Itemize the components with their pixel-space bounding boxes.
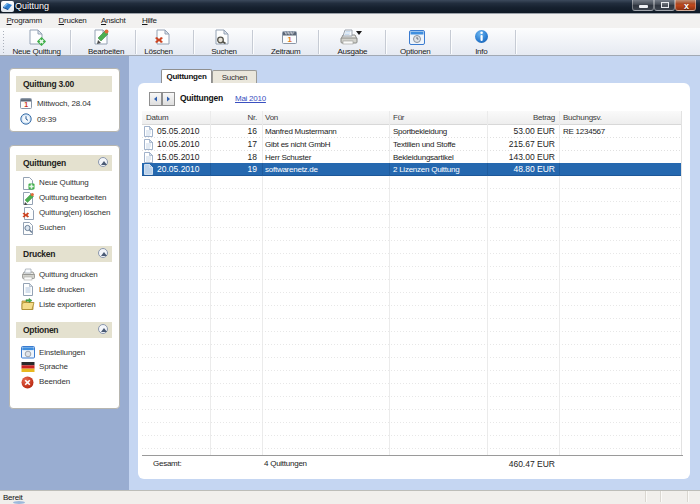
svg-text:1: 1 — [24, 101, 28, 108]
